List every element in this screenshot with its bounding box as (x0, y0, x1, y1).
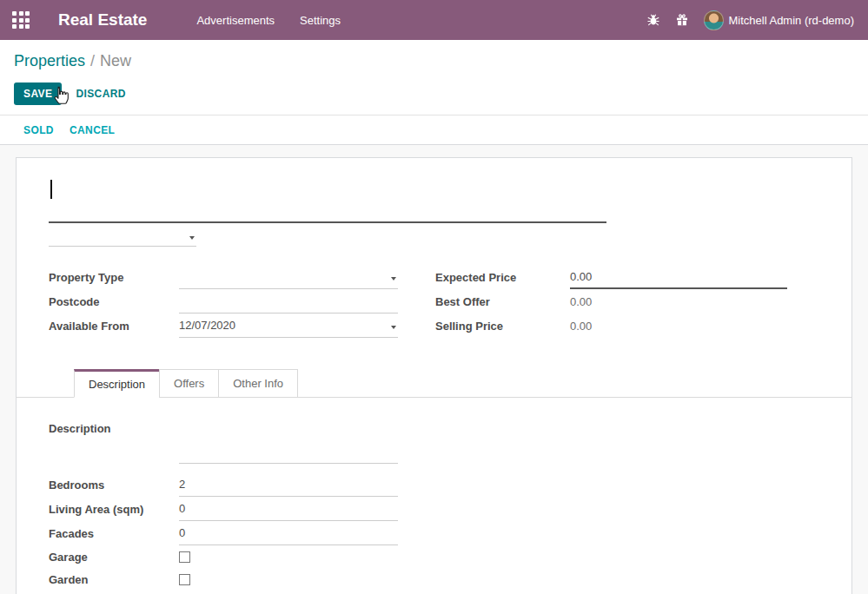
description-textarea[interactable] (179, 439, 398, 464)
discard-button[interactable]: DISCARD (76, 88, 125, 100)
form-statusbar: SOLD CANCEL (0, 116, 868, 145)
living-area-input[interactable]: 0 (179, 497, 398, 521)
nav-item-advertisements[interactable]: Advertisements (196, 14, 275, 27)
tab-other-info[interactable]: Other Info (218, 369, 298, 398)
field-label: Postcode (49, 295, 179, 308)
garage-checkbox[interactable] (179, 551, 190, 563)
description-fields: Bedrooms 2 Living Area (sqm) 0 Facades 0… (49, 472, 398, 594)
nav-item-settings[interactable]: Settings (300, 14, 341, 27)
field-group-left: Property Type Postcode Available From 12… (49, 265, 398, 338)
app-name[interactable]: Real Estate (58, 10, 147, 30)
best-offer-value: 0.00 (570, 289, 787, 314)
user-menu[interactable]: Mitchell Admin (rd-demo) (704, 10, 855, 30)
chevron-down-icon (189, 236, 195, 240)
field-row-best-offer: Best Offer 0.00 (435, 289, 787, 314)
sold-button[interactable]: SOLD (23, 124, 54, 136)
field-row-garage: Garage (49, 545, 398, 568)
field-label: Best Offer (435, 295, 570, 308)
selling-price-value: 0.00 (570, 314, 787, 338)
bug-icon[interactable] (646, 13, 660, 27)
description-tab-page: Description Bedrooms 2 Living Area (sqm)… (49, 398, 818, 594)
breadcrumb-properties-link[interactable]: Properties (14, 52, 85, 69)
field-row-expected-price: Expected Price 0.00 (435, 265, 787, 289)
chevron-down-icon (391, 277, 396, 280)
text-cursor-caret (50, 180, 52, 199)
field-row-garden: Garden (49, 568, 398, 591)
header-buttons: SAVE DISCARD (14, 82, 854, 105)
form-sheet: Property Type Postcode Available From 12… (16, 157, 852, 594)
garden-checkbox[interactable] (179, 574, 190, 585)
cancel-button[interactable]: CANCEL (70, 124, 115, 136)
property-title-input[interactable] (49, 175, 606, 223)
top-navbar: Real Estate Advertisements Settings Mitc… (0, 0, 868, 40)
postcode-input[interactable] (179, 289, 398, 314)
breadcrumb-current: New (100, 52, 131, 69)
breadcrumb: Properties/New (14, 52, 854, 70)
apps-grid-icon[interactable] (12, 11, 30, 29)
field-label: Garage (49, 551, 179, 564)
avatar (704, 10, 724, 30)
field-row-living-area: Living Area (sqm) 0 (49, 497, 398, 521)
garden-area-input[interactable]: 0 (179, 591, 398, 594)
field-row-property-type: Property Type (49, 265, 398, 289)
field-row-selling-price: Selling Price 0.00 (435, 314, 787, 338)
expected-price-input[interactable]: 0.00 (570, 265, 787, 289)
field-label: Living Area (sqm) (49, 503, 179, 516)
field-row-facades: Facades 0 (49, 521, 398, 545)
form-view: Property Type Postcode Available From 12… (0, 145, 868, 594)
breadcrumb-separator: / (90, 52, 95, 69)
chevron-down-icon (391, 326, 396, 329)
field-label: Available From (49, 320, 179, 333)
field-row-bedrooms: Bedrooms 2 (49, 472, 398, 497)
tab-description[interactable]: Description (74, 369, 160, 398)
field-grid: Property Type Postcode Available From 12… (49, 265, 818, 338)
nav-menu: Advertisements Settings (196, 14, 341, 27)
tab-offers[interactable]: Offers (159, 369, 219, 398)
field-label: Bedrooms (49, 478, 179, 492)
garage-checkbox-cell (179, 545, 398, 568)
tags-input[interactable] (49, 223, 196, 247)
navbar-right: Mitchell Admin (rd-demo) (646, 10, 855, 30)
save-button[interactable]: SAVE (14, 82, 62, 105)
available-from-input[interactable]: 12/07/2020 (179, 314, 398, 338)
field-label: Expected Price (435, 271, 570, 284)
field-label: Facades (49, 527, 179, 540)
field-row-garden-area: Garden Area (sqm) 0 (49, 591, 398, 594)
field-group-right: Expected Price 0.00 Best Offer 0.00 Sell… (435, 265, 787, 338)
gift-icon[interactable] (675, 13, 689, 27)
notebook-tabs: Description Offers Other Info (17, 369, 851, 398)
property-type-input[interactable] (179, 265, 398, 289)
field-label: Selling Price (435, 320, 570, 333)
user-name: Mitchell Admin (rd-demo) (729, 14, 855, 27)
description-field-label: Description (49, 422, 818, 439)
bedrooms-input[interactable]: 2 (179, 472, 398, 497)
field-label: Property Type (49, 271, 179, 284)
field-row-postcode: Postcode (49, 289, 398, 314)
facades-input[interactable]: 0 (179, 521, 398, 545)
garden-checkbox-cell (179, 568, 398, 591)
field-row-available-from: Available From 12/07/2020 (49, 314, 398, 338)
field-label: Garden (49, 573, 179, 586)
control-panel: Properties/New SAVE DISCARD (0, 40, 868, 116)
